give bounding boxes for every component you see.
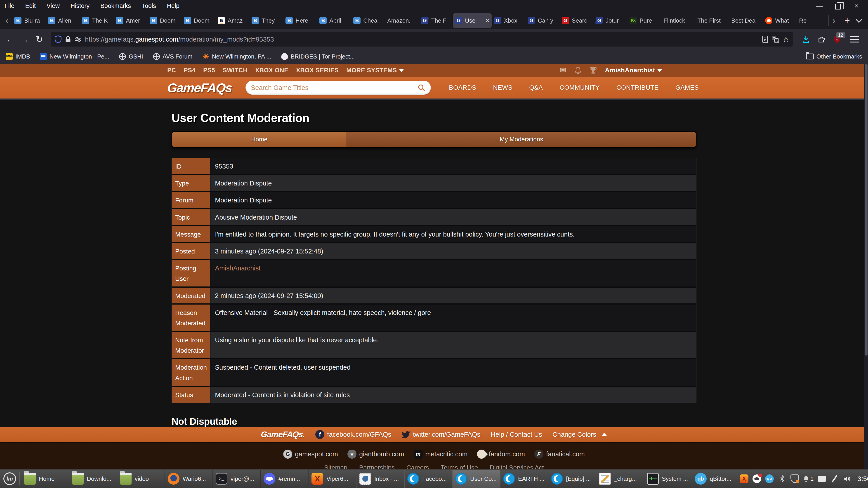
nav-link[interactable]: BOARDS — [449, 84, 476, 91]
username-menu[interactable]: AmishAnarchist — [605, 67, 662, 74]
page-scrollbar[interactable] — [864, 64, 868, 469]
url-bar[interactable]: https://gamefaqs.gamespot.com/moderation… — [51, 32, 794, 46]
tracking-shield-icon[interactable] — [55, 35, 61, 43]
bookmark-item[interactable]: New Wilmington - Pe... — [40, 53, 109, 60]
browser-tab[interactable]: Amaz — [215, 13, 249, 28]
browser-tab[interactable]: Amer — [114, 13, 148, 28]
taskbar-window-button[interactable]: Home — [21, 470, 69, 488]
karma-trophy-icon[interactable] — [590, 66, 597, 74]
taskbar-window-button[interactable]: [Equip] ... — [548, 470, 596, 488]
browser-tab[interactable]: They — [249, 13, 283, 28]
scroll-tabs-right-icon[interactable]: › — [829, 15, 839, 26]
taskbar-clock[interactable]: 3:56 PM — [857, 475, 868, 483]
gamefaqs-logo[interactable]: GameFAQs — [167, 80, 232, 95]
forward-icon[interactable]: → — [19, 35, 31, 44]
list-tabs-chevron-icon[interactable] — [856, 17, 862, 23]
taskbar-window-button[interactable]: qBittor... — [692, 470, 740, 488]
browser-tab[interactable]: What — [763, 13, 797, 28]
browser-tab[interactable]: Searc — [559, 13, 593, 28]
scrollbar-thumb[interactable] — [865, 64, 868, 356]
browser-tab[interactable]: Use × — [453, 13, 492, 28]
search-icon[interactable] — [417, 84, 426, 92]
messages-icon[interactable]: ✉ — [560, 66, 567, 75]
moderation-tab[interactable]: My Moderations — [347, 132, 696, 147]
hexchat-tray-icon[interactable] — [740, 475, 748, 483]
menu-item[interactable]: History — [70, 2, 90, 9]
new-tab-icon[interactable]: + — [839, 15, 855, 26]
network-site-link[interactable]: gamespot.com — [283, 450, 338, 459]
bookmark-item[interactable]: New Wilmington, PA ... — [202, 53, 271, 60]
discord-tray-icon[interactable] — [752, 475, 761, 483]
close-icon[interactable]: × — [852, 2, 860, 10]
restore-icon[interactable] — [835, 4, 841, 9]
permissions-icon[interactable] — [74, 36, 81, 43]
reader-view-icon[interactable] — [762, 36, 768, 43]
browser-tab[interactable]: Pure — [627, 13, 661, 28]
browser-tab[interactable]: Re — [797, 13, 828, 28]
search-input[interactable] — [251, 84, 417, 92]
browser-tab[interactable]: The First — [695, 13, 729, 28]
nav-link[interactable]: Q&A — [529, 84, 543, 91]
hamburger-menu-icon[interactable] — [850, 39, 859, 40]
moderation-tab[interactable]: Home — [172, 132, 347, 147]
taskbar-window-button[interactable]: Downlo... — [69, 470, 117, 488]
menu-item[interactable]: View — [46, 2, 60, 9]
twitter-link[interactable]: twitter.com/GameFAQs — [402, 431, 480, 438]
lock-icon[interactable] — [65, 36, 71, 43]
browser-tab[interactable]: Jotur — [593, 13, 627, 28]
browser-tab[interactable]: Xbox — [492, 13, 526, 28]
menu-item[interactable]: Edit — [25, 2, 36, 9]
taskbar-window-button[interactable]: #remn... — [260, 470, 309, 488]
nav-link[interactable]: COMMUNITY — [560, 84, 600, 91]
bookmark-item[interactable]: AVS Forum — [153, 53, 192, 60]
url-text[interactable]: https://gamefaqs.gamespot.com/moderation… — [85, 36, 758, 43]
system-link[interactable]: XBOX ONE — [255, 67, 288, 74]
system-link[interactable]: SWITCH — [223, 67, 248, 74]
ublock-icon[interactable]: u 12 — [834, 35, 841, 43]
browser-tab[interactable]: Blu-ra — [12, 13, 46, 28]
taskbar-window-button[interactable]: EARTH ... — [500, 470, 548, 488]
facebook-link[interactable]: f facebook.com/GFAQs — [315, 430, 391, 439]
scroll-tabs-left-icon[interactable]: ‹ — [2, 15, 12, 26]
browser-tab[interactable]: The K — [80, 13, 114, 28]
browser-tab[interactable]: The F — [419, 13, 453, 28]
system-link[interactable]: PS5 — [203, 67, 215, 74]
bluetooth-icon[interactable] — [778, 475, 786, 483]
footer-logo[interactable]: GameFAQs. — [260, 430, 305, 439]
system-link[interactable]: PC — [167, 67, 176, 74]
nav-link[interactable]: GAMES — [675, 84, 699, 91]
system-link[interactable]: XBOX SERIES — [296, 67, 339, 74]
taskbar-window-button[interactable]: Inbox - ... — [356, 470, 404, 488]
nav-link[interactable]: NEWS — [493, 84, 513, 91]
network-site-link[interactable]: fandom.com — [477, 450, 525, 459]
taskbar-window-button[interactable]: System ... — [644, 470, 692, 488]
tab-close-icon[interactable]: × — [485, 17, 489, 24]
change-colors-link[interactable]: Change Colors — [553, 431, 607, 438]
taskbar-window-button[interactable]: video — [117, 470, 165, 488]
network-site-link[interactable]: giantbomb.com — [347, 450, 404, 459]
search-box[interactable] — [246, 80, 431, 95]
more-systems-link[interactable]: MORE SYSTEMS — [346, 67, 404, 74]
back-icon[interactable]: ← — [4, 35, 17, 44]
browser-tab[interactable]: Here — [283, 13, 317, 28]
browser-tab[interactable]: Amazon. — [385, 13, 419, 28]
bookmark-item[interactable]: BRIDGES | Tor Project... — [281, 53, 355, 60]
bookmark-star-icon[interactable]: ☆ — [782, 35, 789, 44]
volume-icon[interactable] — [843, 475, 851, 483]
browser-tab[interactable]: Doom — [148, 13, 182, 28]
taskbar-window-button[interactable]: Viper6... — [309, 470, 356, 488]
downloads-icon[interactable] — [802, 35, 810, 43]
browser-tab[interactable]: Can y — [526, 13, 559, 28]
menu-item[interactable]: Bookmarks — [100, 2, 131, 9]
bookmark-item[interactable]: GSHI — [119, 53, 143, 60]
display-icon[interactable] — [817, 475, 826, 483]
firewall-shield-icon[interactable] — [790, 475, 799, 483]
minimize-icon[interactable]: — — [815, 2, 823, 10]
other-bookmarks[interactable]: Other Bookmarks — [806, 53, 862, 60]
menu-item[interactable]: File — [4, 2, 14, 9]
extensions-puzzle-icon[interactable] — [818, 35, 826, 43]
browser-tab[interactable]: Doom — [182, 13, 215, 28]
menu-item[interactable]: Tools — [142, 2, 156, 9]
taskbar-window-button[interactable]: User Co... — [452, 470, 500, 488]
browser-tab[interactable]: April — [317, 13, 351, 28]
